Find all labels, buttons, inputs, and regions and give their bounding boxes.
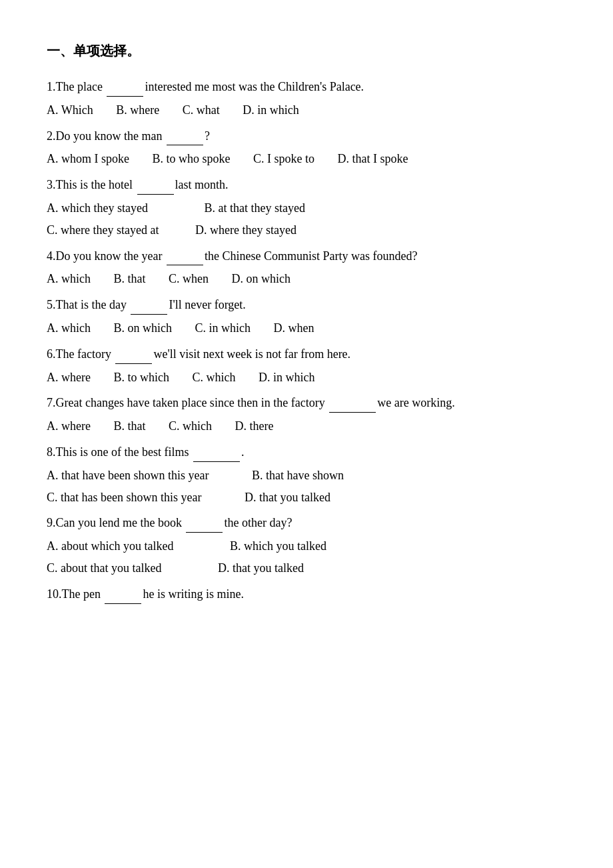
- q8-text-before: 8.This is one of the best films: [47, 445, 192, 459]
- q1-option-b: B. where: [116, 101, 159, 120]
- q5-text: 5.That is the day I'll never forget.: [47, 295, 566, 315]
- q2-text-after: ?: [205, 129, 210, 143]
- q8-option-d: D. that you talked: [245, 488, 330, 507]
- q8-option-b: B. that have shown: [252, 466, 344, 485]
- q9-blank: [186, 519, 223, 533]
- question-6: 6.The factory we'll visit next week is n…: [47, 345, 566, 387]
- q5-option-d: D. when: [274, 319, 314, 338]
- q8-text-after: .: [241, 445, 245, 459]
- q5-blank: [131, 301, 167, 315]
- q5-text-before: 5.That is the day: [47, 298, 129, 311]
- q8-text: 8.This is one of the best films .: [47, 443, 566, 462]
- q1-blank: [107, 83, 143, 97]
- question-7: 7.Great changes have taken place since t…: [47, 393, 566, 436]
- question-8: 8.This is one of the best films . A. tha…: [47, 443, 566, 507]
- section-title: 一、单项选择。: [47, 40, 566, 61]
- q1-text-after: interested me most was the Children's Pa…: [145, 80, 364, 93]
- q3-options-row2: C. where they stayed at D. where they st…: [47, 221, 566, 240]
- q4-option-d: D. on which: [232, 269, 291, 289]
- q9-text-after: the other day?: [224, 516, 292, 529]
- q3-text-after: last month.: [175, 178, 229, 191]
- q6-blank: [115, 351, 152, 364]
- q3-text-before: 3.This is the hotel: [47, 178, 136, 191]
- q4-text: 4.Do you know the year the Chinese Commu…: [47, 247, 566, 266]
- q2-option-c: C. I spoke to: [253, 149, 314, 169]
- q5-text-after: I'll never forget.: [169, 298, 245, 311]
- q10-text-before: 10.The pen: [47, 587, 103, 601]
- q2-text: 2.Do you know the man ?: [47, 127, 566, 146]
- q3-options-row1: A. which they stayed B. at that they sta…: [47, 199, 566, 218]
- q4-text-before: 4.Do you know the year: [47, 249, 165, 263]
- q4-options: A. which B. that C. when D. on which: [47, 269, 566, 289]
- q3-text: 3.This is the hotel last month.: [47, 175, 566, 195]
- q5-option-b: B. on which: [114, 319, 173, 338]
- q7-option-d: D. there: [235, 417, 273, 436]
- question-4: 4.Do you know the year the Chinese Commu…: [47, 247, 566, 289]
- q9-option-a: A. about which you talked: [47, 537, 173, 556]
- q10-blank: [105, 591, 141, 604]
- q9-text: 9.Can you lend me the book the other day…: [47, 513, 566, 533]
- q6-text-after: we'll visit next week is not far from he…: [153, 347, 350, 361]
- q6-text: 6.The factory we'll visit next week is n…: [47, 345, 566, 364]
- q5-option-a: A. which: [47, 319, 91, 338]
- q6-option-c: C. which: [192, 368, 235, 387]
- q2-blank: [167, 133, 203, 146]
- q3-option-a: A. which they stayed: [47, 199, 148, 218]
- q2-option-a: A. whom I spoke: [47, 149, 129, 169]
- q8-option-a: A. that have been shown this year: [47, 466, 209, 485]
- q7-option-a: A. where: [47, 417, 91, 436]
- q9-option-d: D. that you talked: [218, 559, 304, 578]
- q6-option-d: D. in which: [259, 368, 315, 387]
- question-10: 10.The pen he is writing is mine.: [47, 585, 566, 604]
- q3-option-d: D. where they stayed: [195, 221, 297, 240]
- q1-text-before: 1.The place: [47, 80, 105, 93]
- q8-option-c: C. that has been shown this year: [47, 488, 201, 507]
- q9-options-row2: C. about that you talked D. that you tal…: [47, 559, 566, 578]
- q7-text-before: 7.Great changes have taken place since t…: [47, 396, 328, 409]
- question-3: 3.This is the hotel last month. A. which…: [47, 175, 566, 239]
- q2-text-before: 2.Do you know the man: [47, 129, 165, 143]
- q1-text: 1.The place interested me most was the C…: [47, 77, 566, 97]
- q1-option-c: C. what: [183, 101, 220, 120]
- q6-text-before: 6.The factory: [47, 347, 114, 361]
- q8-options-row2: C. that has been shown this year D. that…: [47, 488, 566, 507]
- q9-option-c: C. about that you talked: [47, 559, 161, 578]
- q5-option-c: C. in which: [195, 319, 251, 338]
- q7-blank: [329, 399, 376, 413]
- question-2: 2.Do you know the man ? A. whom I spoke …: [47, 127, 566, 169]
- question-9: 9.Can you lend me the book the other day…: [47, 513, 566, 577]
- q2-option-b: B. to who spoke: [153, 149, 231, 169]
- q8-options-row1: A. that have been shown this year B. tha…: [47, 466, 566, 485]
- q4-text-after: the Chinese Communist Party was founded?: [205, 249, 417, 263]
- q10-text: 10.The pen he is writing is mine.: [47, 585, 566, 604]
- q7-option-b: B. that: [113, 417, 145, 436]
- q8-blank: [193, 449, 240, 462]
- q2-options: A. whom I spoke B. to who spoke C. I spo…: [47, 149, 566, 169]
- q2-option-d: D. that I spoke: [338, 149, 408, 169]
- q4-option-b: B. that: [114, 269, 146, 289]
- q4-option-a: A. which: [47, 269, 91, 289]
- q9-options-row1: A. about which you talked B. which you t…: [47, 537, 566, 556]
- q3-blank: [137, 181, 174, 195]
- q5-options: A. which B. on which C. in which D. when: [47, 319, 566, 338]
- q7-options: A. where B. that C. which D. there: [47, 417, 566, 436]
- q6-option-a: A. where: [47, 368, 91, 387]
- q4-option-c: C. when: [169, 269, 209, 289]
- q1-options: A. Which B. where C. what D. in which: [47, 101, 566, 120]
- q1-option-a: A. Which: [47, 101, 93, 120]
- q1-option-d: D. in which: [243, 101, 299, 120]
- q7-text: 7.Great changes have taken place since t…: [47, 393, 566, 413]
- q7-option-c: C. which: [169, 417, 212, 436]
- q6-option-b: B. to which: [113, 368, 169, 387]
- q7-text-after: we are working.: [377, 396, 454, 409]
- q3-option-b: B. at that they stayed: [204, 199, 305, 218]
- q9-option-b: B. which you talked: [230, 537, 326, 556]
- q3-option-c: C. where they stayed at: [47, 221, 159, 240]
- q4-blank: [167, 253, 203, 266]
- q9-text-before: 9.Can you lend me the book: [47, 516, 185, 529]
- question-5: 5.That is the day I'll never forget. A. …: [47, 295, 566, 338]
- q10-text-after: he is writing is mine.: [143, 587, 244, 601]
- q6-options: A. where B. to which C. which D. in whic…: [47, 368, 566, 387]
- question-1: 1.The place interested me most was the C…: [47, 77, 566, 120]
